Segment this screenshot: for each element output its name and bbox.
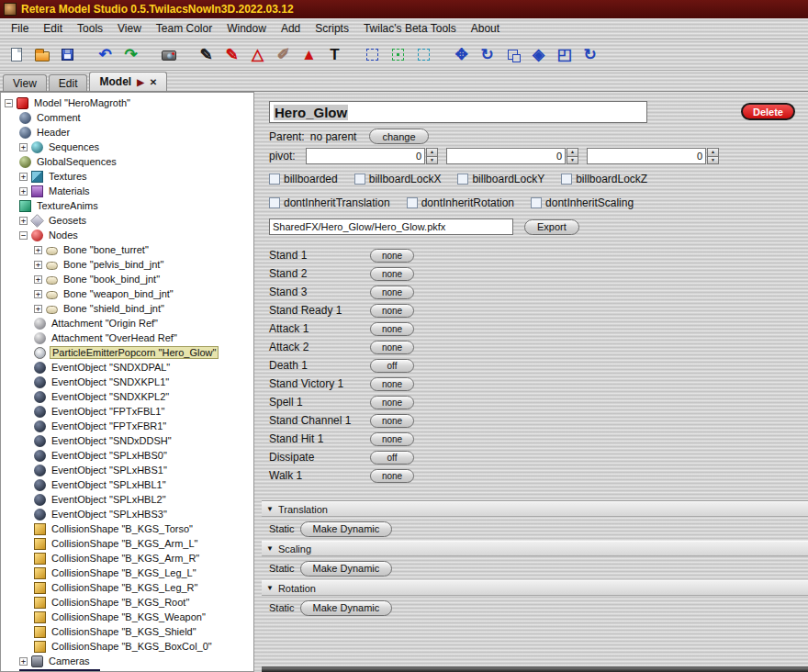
tree-item[interactable]: ParticleEmitterPopcorn "Hero_Glow" xyxy=(1,345,253,360)
extend-tool-button[interactable]: ◰ xyxy=(553,43,576,66)
tree-item[interactable]: Attachment "OverHead Ref" xyxy=(1,330,253,345)
tree-item[interactable]: +Bone "bone_turret" xyxy=(1,242,253,257)
tree-item[interactable]: CollisionShape "B_KGS_Leg_L" xyxy=(1,566,253,580)
section-header-translation[interactable]: ▼Translation xyxy=(262,501,808,517)
spinner-down-button[interactable]: ▼ xyxy=(707,156,719,165)
menu-item-scripts[interactable]: Scripts xyxy=(308,20,356,37)
tree-item[interactable]: +Textures xyxy=(1,169,253,184)
checkbox-box[interactable] xyxy=(354,174,365,185)
checkbox-box[interactable] xyxy=(531,197,542,208)
tree-toggle-icon[interactable]: + xyxy=(19,173,28,181)
tree-toggle-icon[interactable]: + xyxy=(19,217,28,225)
checkbox-dontinheritrotation[interactable]: dontInheritRotation xyxy=(407,196,514,209)
triangle-solid-tool-button[interactable]: ▲ xyxy=(297,43,320,66)
tree-item[interactable]: CollisionShape "B_KGS_Arm_L" xyxy=(1,536,253,551)
animation-value-button[interactable]: none xyxy=(370,341,414,354)
tree-item[interactable]: EventObject "SPLxHBS3" xyxy=(1,507,253,521)
tree-toggle-icon[interactable]: − xyxy=(5,99,13,107)
tree-item[interactable]: +Bone "book_bind_jnt" xyxy=(1,272,253,286)
tree-toggle-icon[interactable]: + xyxy=(19,187,28,196)
node-name-input[interactable]: Hero_Glow xyxy=(269,101,647,123)
tree-item[interactable]: +Sequences xyxy=(1,140,253,154)
spinner-down-button[interactable]: ▼ xyxy=(426,156,438,165)
tree-item[interactable]: −Nodes xyxy=(1,228,253,242)
tree-item[interactable]: EventObject "SPLxHBS0" xyxy=(1,448,253,463)
tree-toggle-icon[interactable]: + xyxy=(34,290,42,298)
pivot-value-z[interactable]: 0 xyxy=(587,148,706,164)
checkbox-box[interactable] xyxy=(561,174,572,185)
checkbox-box[interactable] xyxy=(407,197,418,208)
tree-item[interactable]: CollisionShape "B_KGS_Root" xyxy=(1,595,253,610)
triangle-outline-tool-button[interactable]: △ xyxy=(246,43,269,66)
checkbox-box[interactable] xyxy=(269,174,280,185)
open-file-button[interactable] xyxy=(30,43,53,66)
section-header-rotation[interactable]: ▼Rotation xyxy=(262,580,808,596)
save-file-button[interactable] xyxy=(56,43,79,66)
tree-toggle-icon[interactable]: + xyxy=(34,305,42,313)
new-file-button[interactable] xyxy=(5,43,28,66)
tree-item[interactable]: CollisionShape "B_KGS_Weapon" xyxy=(1,610,253,624)
animation-value-button[interactable]: none xyxy=(370,304,414,318)
tab-view[interactable]: View xyxy=(3,74,47,91)
tree-item[interactable]: +Cameras xyxy=(1,654,253,668)
play-icon[interactable]: ▶ xyxy=(137,77,144,87)
animation-value-button[interactable]: off xyxy=(370,359,414,373)
menu-item-twilac-s-beta-tools[interactable]: Twilac's Beta Tools xyxy=(356,20,464,37)
tree-item[interactable]: CollisionShape "B_KGS_Leg_R" xyxy=(1,580,253,595)
tree-item[interactable]: CollisionShape "B_KGS_Shield" xyxy=(1,624,253,639)
make-dynamic-button[interactable]: Make Dynamic xyxy=(300,600,393,616)
animation-value-button[interactable]: none xyxy=(370,322,414,336)
tree-item[interactable]: CollisionShape "B_KGS_Torso" xyxy=(1,521,253,536)
animation-value-button[interactable]: none xyxy=(370,396,414,409)
move-tool-button[interactable]: ✥ xyxy=(450,43,473,66)
export-button[interactable]: Export xyxy=(524,219,579,235)
tree-item[interactable]: EventObject "SNDxDDSH" xyxy=(1,433,253,448)
animation-value-button[interactable]: none xyxy=(370,286,414,299)
close-icon[interactable]: ✕ xyxy=(150,77,157,87)
tree-item[interactable]: Header xyxy=(1,125,253,140)
deselect-tool-button[interactable] xyxy=(412,43,435,66)
tree-item[interactable]: EventObject "SPLxHBL2" xyxy=(1,492,253,507)
animation-value-button[interactable]: none xyxy=(370,469,414,483)
tree-item[interactable]: +Materials xyxy=(1,184,253,198)
rotate-tool-button[interactable]: ↻ xyxy=(476,43,499,66)
menu-item-window[interactable]: Window xyxy=(219,20,274,37)
tree-item[interactable]: GlobalSequences xyxy=(1,154,253,169)
tree-item[interactable]: Attachment "Origin Ref" xyxy=(1,316,253,330)
pivot-value-x[interactable]: 0 xyxy=(306,148,425,164)
make-dynamic-button[interactable]: Make Dynamic xyxy=(300,521,393,537)
tree-toggle-icon[interactable]: − xyxy=(19,231,28,240)
tree-item[interactable]: EventObject "SNDXKPL2" xyxy=(1,389,253,404)
checkbox-billboardlocky[interactable]: billboardLockY xyxy=(457,173,544,185)
animation-value-button[interactable]: off xyxy=(370,451,414,465)
scale-tool-button[interactable] xyxy=(501,43,524,66)
animation-value-button[interactable]: none xyxy=(370,414,414,428)
spin-tool-button[interactable]: ↻ xyxy=(578,43,601,66)
delete-button[interactable]: Delete xyxy=(741,103,795,120)
tree-toggle-icon[interactable]: + xyxy=(34,275,42,284)
tree-toggle-icon[interactable]: + xyxy=(19,143,28,151)
tree-toggle-icon[interactable]: + xyxy=(34,261,42,269)
menu-item-tools[interactable]: Tools xyxy=(70,20,110,37)
tree-item[interactable]: EventObject "SNDXDPAL" xyxy=(1,360,253,375)
checkbox-dontinherittranslation[interactable]: dontInheritTranslation xyxy=(269,196,390,209)
checkbox-billboarded[interactable]: billboarded xyxy=(269,173,338,185)
menu-item-team-color[interactable]: Team Color xyxy=(149,20,219,37)
menu-item-about[interactable]: About xyxy=(464,20,507,37)
select-tool-button[interactable] xyxy=(361,43,384,66)
tab-edit[interactable]: Edit xyxy=(49,74,88,91)
tree-item[interactable]: EventObject "FPTxFBR1" xyxy=(1,419,253,433)
spinner-down-button[interactable]: ▼ xyxy=(567,156,578,165)
snapshot-button[interactable] xyxy=(157,43,180,66)
tree-item[interactable]: EventObject "SNDXKPL1" xyxy=(1,375,253,389)
make-dynamic-button[interactable]: Make Dynamic xyxy=(300,561,393,577)
section-header-scaling[interactable]: ▼Scaling xyxy=(262,541,808,556)
tree-item[interactable]: CollisionShape "B_KGS_Arm_R" xyxy=(1,551,253,566)
tree-item[interactable]: +Bone "weapon_bind_jnt" xyxy=(1,286,253,301)
checkbox-box[interactable] xyxy=(269,197,280,208)
splat-tool-button[interactable]: ✐ xyxy=(272,43,295,66)
checkbox-billboardlockx[interactable]: billboardLockX xyxy=(354,173,442,185)
tree-item[interactable]: +Bone "pelvis_bind_jnt" xyxy=(1,257,253,272)
menu-item-add[interactable]: Add xyxy=(274,20,308,37)
checkbox-dontinheritscaling[interactable]: dontInheritScaling xyxy=(531,196,634,209)
